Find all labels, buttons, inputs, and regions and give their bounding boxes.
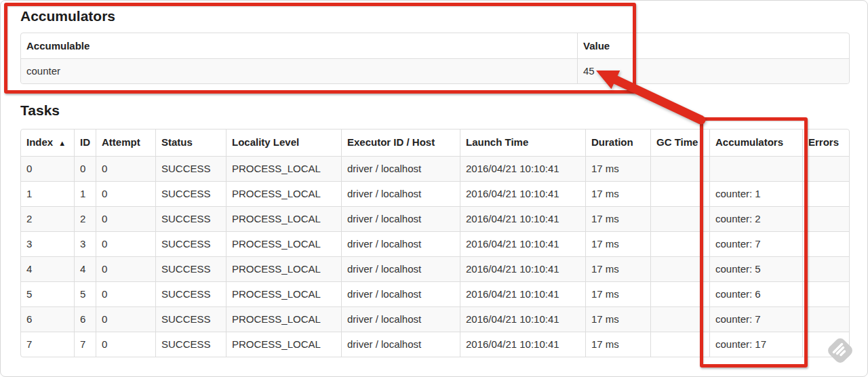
task-executor-cell: driver / localhost <box>341 181 460 206</box>
task-locality-cell: PROCESS_LOCAL <box>226 256 341 281</box>
task-attempt-cell: 0 <box>96 281 155 306</box>
task-row: 7 7 0 SUCCESS PROCESS_LOCAL driver / loc… <box>21 332 849 357</box>
task-row: 5 5 0 SUCCESS PROCESS_LOCAL driver / loc… <box>21 281 849 306</box>
task-accumulators-cell <box>709 156 802 181</box>
value-column-header: Value <box>577 33 849 58</box>
tasks-column-header-accumulators[interactable]: Accumulators <box>709 130 802 156</box>
task-locality-cell: PROCESS_LOCAL <box>226 306 341 332</box>
task-gc-time-cell <box>650 181 709 206</box>
task-row: 6 6 0 SUCCESS PROCESS_LOCAL driver / loc… <box>21 306 849 332</box>
task-row: 4 4 0 SUCCESS PROCESS_LOCAL driver / loc… <box>21 256 849 281</box>
task-errors-cell <box>802 206 849 231</box>
task-duration-cell: 17 ms <box>585 206 650 231</box>
task-duration-cell: 17 ms <box>585 231 650 256</box>
task-attempt-cell: 0 <box>96 231 155 256</box>
task-accumulators-cell: counter: 1 <box>709 181 802 206</box>
task-executor-cell: driver / localhost <box>341 306 460 332</box>
task-errors-cell <box>802 156 849 181</box>
task-executor-cell: driver / localhost <box>341 281 460 306</box>
task-accumulators-cell: counter: 2 <box>709 206 802 231</box>
task-launch-time-cell: 2016/04/21 10:10:41 <box>460 281 585 306</box>
task-attempt-cell: 0 <box>96 306 155 332</box>
tasks-header-row: Index▲ ID Attempt Status Locality Level … <box>21 130 849 156</box>
task-launch-time-cell: 2016/04/21 10:10:41 <box>460 181 585 206</box>
tasks-column-header-locality-level[interactable]: Locality Level <box>226 130 341 156</box>
task-attempt-cell: 0 <box>96 156 155 181</box>
tasks-column-header-gc-time[interactable]: GC Time <box>650 130 709 156</box>
task-index-cell: 6 <box>21 306 74 332</box>
task-accumulators-cell: counter: 7 <box>709 231 802 256</box>
task-locality-cell: PROCESS_LOCAL <box>226 332 341 357</box>
task-status-cell: SUCCESS <box>155 306 226 332</box>
task-index-cell: 5 <box>21 281 74 306</box>
task-duration-cell: 17 ms <box>585 306 650 332</box>
task-executor-cell: driver / localhost <box>341 332 460 357</box>
task-row: 2 2 0 SUCCESS PROCESS_LOCAL driver / loc… <box>21 206 849 231</box>
task-errors-cell <box>802 231 849 256</box>
tasks-table: Index▲ ID Attempt Status Locality Level … <box>20 129 850 357</box>
task-duration-cell: 17 ms <box>585 156 650 181</box>
task-accumulators-cell: counter: 17 <box>709 332 802 357</box>
task-locality-cell: PROCESS_LOCAL <box>226 206 341 231</box>
task-id-cell: 6 <box>74 306 96 332</box>
task-status-cell: SUCCESS <box>155 156 226 181</box>
task-errors-cell <box>802 332 849 357</box>
task-locality-cell: PROCESS_LOCAL <box>226 156 341 181</box>
task-executor-cell: driver / localhost <box>341 156 460 181</box>
accumulable-table: Accumulable Value counter 45 <box>20 33 850 84</box>
task-attempt-cell: 0 <box>96 256 155 281</box>
tasks-column-header-id[interactable]: ID <box>74 130 96 156</box>
task-accumulators-cell: counter: 7 <box>709 306 802 332</box>
task-row: 3 3 0 SUCCESS PROCESS_LOCAL driver / loc… <box>21 231 849 256</box>
task-index-cell: 4 <box>21 256 74 281</box>
tasks-column-header-index[interactable]: Index▲ <box>21 130 74 156</box>
task-gc-time-cell <box>650 281 709 306</box>
spark-stage-detail-page: Accumulators Accumulable Value counter 4… <box>0 0 868 377</box>
task-duration-cell: 17 ms <box>585 281 650 306</box>
task-status-cell: SUCCESS <box>155 181 226 206</box>
task-index-cell: 2 <box>21 206 74 231</box>
tasks-section-heading: Tasks <box>20 102 60 119</box>
tasks-column-header-status[interactable]: Status <box>155 130 226 156</box>
task-errors-cell <box>802 281 849 306</box>
tasks-column-header-launch-time[interactable]: Launch Time <box>460 130 585 156</box>
accumulable-row: counter 45 <box>21 58 849 83</box>
task-status-cell: SUCCESS <box>155 206 226 231</box>
tasks-table-body: 0 0 0 SUCCESS PROCESS_LOCAL driver / loc… <box>21 156 849 357</box>
task-duration-cell: 17 ms <box>585 256 650 281</box>
task-gc-time-cell <box>650 306 709 332</box>
task-gc-time-cell <box>650 231 709 256</box>
tasks-column-header-duration[interactable]: Duration <box>585 130 650 156</box>
task-index-cell: 7 <box>21 332 74 357</box>
task-locality-cell: PROCESS_LOCAL <box>226 231 341 256</box>
task-index-cell: 0 <box>21 156 74 181</box>
task-locality-cell: PROCESS_LOCAL <box>226 281 341 306</box>
tasks-column-header-index-label: Index <box>26 136 53 148</box>
task-executor-cell: driver / localhost <box>341 206 460 231</box>
tasks-column-header-executor-id-host[interactable]: Executor ID / Host <box>341 130 460 156</box>
task-duration-cell: 17 ms <box>585 332 650 357</box>
task-duration-cell: 17 ms <box>585 181 650 206</box>
task-id-cell: 4 <box>74 256 96 281</box>
task-accumulators-cell: counter: 5 <box>709 256 802 281</box>
accumulable-header-row: Accumulable Value <box>21 33 849 58</box>
task-launch-time-cell: 2016/04/21 10:10:41 <box>460 332 585 357</box>
task-index-cell: 3 <box>21 231 74 256</box>
task-gc-time-cell <box>650 256 709 281</box>
task-index-cell: 1 <box>21 181 74 206</box>
sort-ascending-icon: ▲ <box>58 139 66 147</box>
task-id-cell: 3 <box>74 231 96 256</box>
accumulable-column-header: Accumulable <box>21 33 577 58</box>
task-launch-time-cell: 2016/04/21 10:10:41 <box>460 156 585 181</box>
tasks-column-header-attempt[interactable]: Attempt <box>96 130 155 156</box>
task-id-cell: 7 <box>74 332 96 357</box>
task-executor-cell: driver / localhost <box>341 256 460 281</box>
task-gc-time-cell <box>650 156 709 181</box>
accumulable-value-cell: 45 <box>577 58 849 83</box>
task-row: 1 1 0 SUCCESS PROCESS_LOCAL driver / loc… <box>21 181 849 206</box>
task-status-cell: SUCCESS <box>155 231 226 256</box>
task-errors-cell <box>802 306 849 332</box>
task-launch-time-cell: 2016/04/21 10:10:41 <box>460 206 585 231</box>
tasks-column-header-errors[interactable]: Errors <box>802 130 849 156</box>
task-attempt-cell: 0 <box>96 332 155 357</box>
